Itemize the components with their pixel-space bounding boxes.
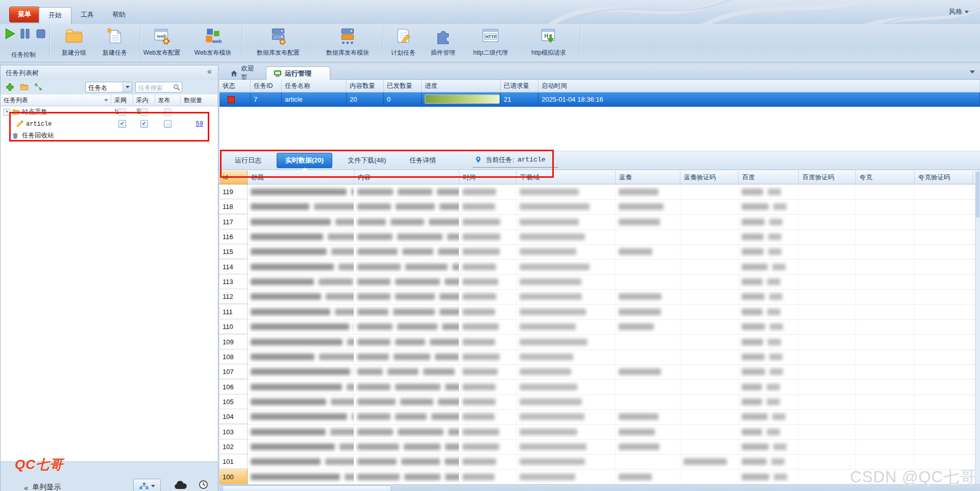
start-task-button[interactable] (3, 26, 16, 41)
data-row[interactable]: 101 (219, 454, 980, 470)
folder-icon[interactable] (20, 83, 29, 92)
tree-expander-icon[interactable]: + (4, 109, 10, 115)
data-row[interactable]: 105 (219, 394, 980, 410)
data-row[interactable]: 114 (219, 260, 980, 275)
checkbox-unchecked[interactable] (164, 108, 172, 116)
task-table-selected-row[interactable]: 7article200212025-01-04 18:36:16 (219, 92, 980, 107)
task-col-header[interactable]: 启动时间 (538, 80, 980, 92)
data-col-5[interactable]: 蓝奏 (616, 171, 680, 184)
stop-task-button[interactable] (35, 26, 48, 41)
data-row[interactable]: 106 (219, 380, 980, 395)
db-module-button[interactable]: 数据库发布模块 (312, 26, 383, 60)
data-col-8[interactable]: 百度验证码 (799, 171, 856, 184)
tree-header-col[interactable]: 发布 (155, 95, 181, 106)
menu-button[interactable]: 菜单 (9, 7, 40, 22)
tab-run-manage[interactable]: 运行管理 (266, 66, 330, 80)
checkbox-checked[interactable]: ✔ (140, 120, 148, 128)
single-column-toggle[interactable]: « 单列显示 (24, 483, 61, 491)
task-col-header[interactable]: 任务ID (251, 80, 282, 92)
data-col-6[interactable]: 蓝奏验证码 (680, 171, 739, 184)
task-col-header[interactable]: 已请求量 (501, 80, 538, 92)
tree-header-col[interactable]: 采内容 (133, 95, 155, 106)
data-col-2[interactable]: 内容 (354, 171, 459, 184)
data-cell (354, 409, 459, 424)
tab-welcome[interactable]: 欢迎页 (223, 66, 265, 80)
data-col-3[interactable]: 时间 (459, 171, 517, 184)
detail-tab-3[interactable]: 任务详情 (401, 153, 444, 168)
data-row[interactable]: 107 (219, 364, 980, 380)
filter-type-select[interactable]: 任务名 (85, 82, 132, 92)
data-row[interactable]: 113 (219, 274, 980, 290)
task-col-header[interactable]: 状态 (219, 80, 251, 92)
data-row[interactable]: 112 (219, 289, 980, 305)
style-selector[interactable]: 风格 (949, 7, 969, 16)
data-cell (248, 380, 354, 394)
data-row[interactable]: 119 (219, 184, 980, 200)
data-cell (680, 199, 739, 214)
task-col-header[interactable]: 进度 (422, 80, 501, 92)
horizontal-scrollbar[interactable] (219, 484, 980, 491)
clock-icon[interactable] (199, 480, 208, 489)
data-col-9[interactable]: 夸克 (856, 171, 915, 184)
data-col-10[interactable]: 夸克验证码 (915, 171, 973, 184)
task-col-header[interactable]: 已发数量 (384, 80, 422, 92)
pause-task-button[interactable] (19, 26, 32, 41)
data-row[interactable]: 102 (219, 439, 980, 455)
cloud-icon[interactable] (173, 480, 188, 490)
data-col-4[interactable]: 下载域 (517, 171, 616, 184)
http-request-button[interactable]: Hhttp模拟请求 (519, 26, 579, 60)
db-config-button[interactable]: 数据库发布配置 (243, 26, 313, 60)
task-col-header[interactable]: 任务名称 (282, 80, 347, 92)
web-module-button[interactable]: webWeb发布模块 (188, 26, 237, 60)
data-row[interactable]: 103 (219, 425, 980, 440)
detail-tab-2[interactable]: 文件下载(48) (339, 153, 394, 168)
data-row[interactable]: 117 (219, 215, 980, 230)
data-col-1[interactable]: 标题 (248, 171, 354, 184)
blurred-text (445, 458, 459, 465)
checkbox-unchecked[interactable] (164, 120, 172, 128)
plugin-button[interactable]: 插件管理 (424, 26, 462, 60)
data-row[interactable]: 110 (219, 319, 980, 335)
schedule-button[interactable]: 计划任务 (384, 26, 423, 60)
task-col-header[interactable]: 内容数量 (347, 80, 384, 92)
tree-node-article[interactable]: article✔✔59 (1, 118, 218, 130)
menu-tab-start[interactable]: 开始 (39, 7, 71, 24)
data-row[interactable]: 104 (219, 409, 980, 425)
data-count-link[interactable]: 59 (195, 121, 203, 128)
data-row[interactable]: 100 (219, 470, 980, 485)
data-row[interactable]: 108 (219, 349, 980, 365)
data-col-id[interactable]: id (219, 171, 248, 184)
expand-all-icon[interactable] (34, 83, 43, 92)
tree-node-row0[interactable]: +站点采集 (1, 106, 218, 118)
tree-view-button[interactable] (133, 479, 161, 491)
task-search-input[interactable] (137, 83, 173, 92)
menu-tab-tools[interactable]: 工具 (71, 7, 103, 24)
tree-node-row2[interactable]: 任务回收站 (1, 130, 218, 142)
tree-header-name[interactable]: 任务列表 (1, 95, 111, 106)
detail-tab-1[interactable]: 实时数据(20) (277, 153, 332, 168)
data-row[interactable]: 109 (219, 335, 980, 350)
collapse-panel-button[interactable]: « (207, 67, 212, 76)
detail-tab-0[interactable]: 运行日志 (227, 153, 270, 168)
sort-caret-icon[interactable] (104, 99, 108, 102)
data-row[interactable]: 118 (219, 199, 980, 215)
new-task-button[interactable]: 新建任务 (92, 26, 138, 60)
checkbox-checked[interactable]: ✔ (118, 120, 126, 128)
data-row[interactable]: 115 (219, 244, 980, 260)
tree-header-col[interactable]: 采网址 (111, 95, 133, 106)
data-col-7[interactable]: 百度 (739, 171, 799, 184)
http-proxy-button[interactable]: HTTPhttp二级代理 (464, 26, 517, 60)
vertical-scrollbar[interactable] (975, 171, 980, 484)
combo-dropdown-button[interactable] (122, 82, 132, 92)
menu-tab-help[interactable]: 帮助 (103, 7, 135, 24)
checkbox-unchecked[interactable] (140, 108, 148, 116)
search-icon[interactable] (173, 83, 181, 91)
data-row[interactable]: 111 (219, 305, 980, 320)
data-row[interactable]: 116 (219, 229, 980, 245)
tree-header-col[interactable]: 数据量 (181, 95, 218, 106)
checkbox-unchecked[interactable] (118, 108, 126, 116)
web-config-button[interactable]: webWeb发布配置 (137, 26, 186, 60)
new-group-button[interactable]: 新建分组 (51, 26, 97, 60)
add-icon[interactable] (6, 83, 15, 92)
tab-list-dropdown[interactable] (970, 71, 975, 74)
